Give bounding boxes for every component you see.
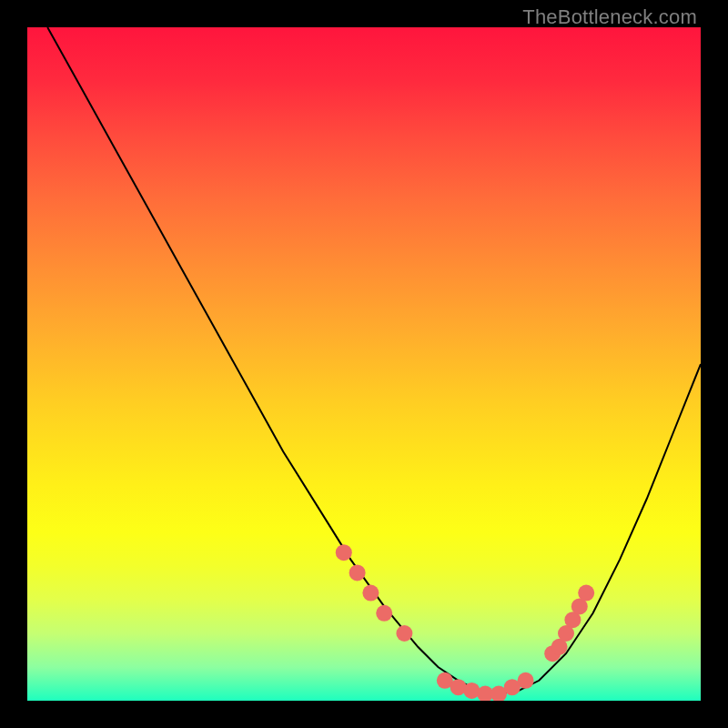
data-marker xyxy=(376,605,392,622)
data-marker xyxy=(578,585,594,602)
watermark-text: TheBottleneck.com xyxy=(522,5,697,29)
data-marker xyxy=(349,564,366,581)
data-marker xyxy=(362,585,379,602)
plot-area xyxy=(27,27,701,701)
data-marker xyxy=(336,544,352,561)
data-marker xyxy=(518,672,534,689)
data-marker xyxy=(396,625,412,642)
chart-svg xyxy=(27,27,701,701)
data-markers xyxy=(336,544,594,701)
chart-container: TheBottleneck.com xyxy=(0,0,728,728)
